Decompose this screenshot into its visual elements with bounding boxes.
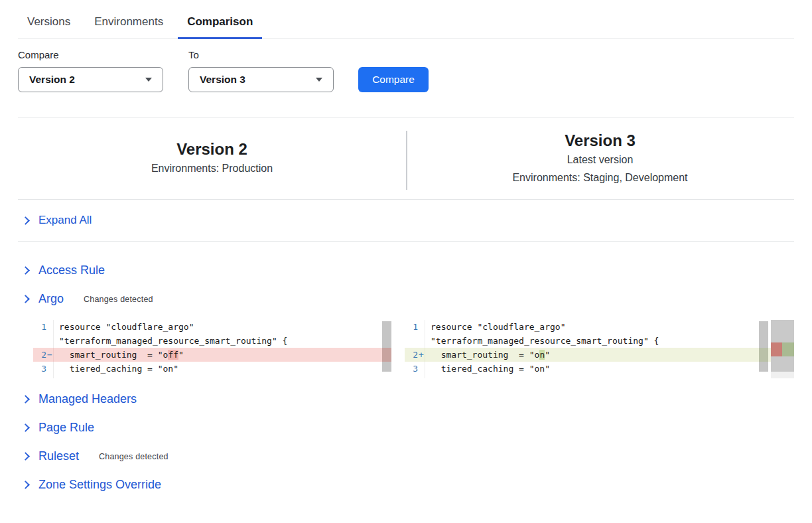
section-page-rule[interactable]: Page Rule: [18, 413, 794, 442]
chevron-right-icon: [21, 452, 30, 461]
tab-environments[interactable]: Environments: [85, 9, 172, 39]
line-number: 3: [405, 362, 425, 376]
changes-detected-badge: Changes detected: [84, 295, 153, 304]
diff-row: "terraform_managed_resource_smart_routin…: [405, 334, 771, 348]
diff-editor-left: 1resource "cloudflare_argo""terraform_ma…: [33, 320, 391, 378]
scrollbar[interactable]: [382, 321, 391, 372]
compare-button[interactable]: Compare: [358, 67, 429, 92]
section-label: Access Rule: [38, 263, 105, 277]
line-number-value: 3: [41, 362, 46, 376]
scrollbar-diff-mark: [382, 348, 391, 362]
ruler-footer: [771, 372, 794, 378]
removed-mark: [771, 342, 782, 356]
section-ruleset[interactable]: RulesetChanges detected: [18, 442, 794, 471]
section-zone-settings-override[interactable]: Zone Settings Override: [18, 471, 794, 499]
version-right-latest: Latest version: [406, 151, 794, 169]
diff-viewer: 1resource "cloudflare_argo""terraform_ma…: [33, 320, 794, 378]
line-number: 2−: [33, 348, 53, 362]
tab-versions[interactable]: Versions: [18, 9, 80, 39]
compare-to-field: To Version 3: [188, 49, 334, 92]
line-number-value: 3: [413, 362, 418, 376]
section-label: Argo: [38, 292, 64, 306]
section-label: Zone Settings Override: [38, 478, 161, 492]
chevron-right-icon: [21, 481, 30, 489]
chevron-right-icon: [21, 423, 30, 432]
line-number-value: 1: [41, 320, 46, 334]
resource-sections: Access RuleArgoChanges detected1resource…: [18, 256, 794, 499]
diff-row: 3 tiered_caching = "on": [33, 362, 391, 376]
diff-sign: [46, 334, 53, 348]
diff-row: }: [405, 376, 771, 378]
diff-sign: −: [46, 348, 53, 362]
diff-row: 2+ smart_routing = "on": [405, 348, 771, 362]
version-right-header: Version 3 Latest version Environments: S…: [406, 121, 794, 196]
line-number: 1: [33, 320, 53, 334]
version-headers: Version 2 Environments: Production Versi…: [18, 117, 794, 200]
compare-from-field: Compare Version 2: [18, 49, 163, 92]
diff-row: }: [33, 376, 391, 378]
scrollbar[interactable]: [759, 321, 768, 372]
compare-from-select[interactable]: Version 2: [18, 67, 163, 92]
section-argo[interactable]: ArgoChanges detected: [18, 285, 794, 313]
chevron-down-icon: [316, 78, 322, 82]
diff-sign: [418, 334, 425, 348]
diff-sign: [418, 376, 425, 378]
code-line: resource "cloudflare_argo": [53, 320, 391, 334]
expand-all[interactable]: Expand All: [18, 200, 794, 242]
diff-overview-ruler[interactable]: [771, 320, 794, 372]
line-number: [33, 334, 53, 348]
version-right-title: Version 3: [406, 131, 794, 151]
line-number: 1: [405, 320, 425, 334]
tab-bar: VersionsEnvironmentsComparison: [18, 0, 794, 39]
expand-all-label: Expand All: [38, 214, 92, 227]
code-line: "terraform_managed_resource_smart_routin…: [425, 334, 771, 348]
section-managed-headers[interactable]: Managed Headers: [18, 385, 794, 413]
diff-sign: [418, 320, 425, 334]
diff-row: 2− smart_routing = "off": [33, 348, 391, 362]
ruler-diff-marks: [771, 342, 794, 356]
line-number: [405, 376, 425, 378]
tab-comparison[interactable]: Comparison: [178, 9, 262, 39]
diff-sign: [418, 362, 425, 376]
chevron-right-icon: [21, 295, 30, 303]
diff-editor-right: 1resource "cloudflare_argo""terraform_ma…: [405, 320, 794, 378]
code-region: 1resource "cloudflare_argo""terraform_ma…: [405, 320, 771, 378]
code-line: }: [53, 376, 391, 378]
chevron-right-icon: [21, 395, 30, 404]
section-label: Ruleset: [38, 449, 79, 463]
compare-from-value: Version 2: [29, 74, 75, 86]
compare-to-select[interactable]: Version 3: [188, 67, 334, 92]
compare-to-label: To: [188, 49, 334, 60]
version-left-title: Version 2: [18, 139, 406, 159]
line-number: [33, 376, 53, 378]
compare-from-label: Compare: [18, 49, 163, 60]
section-access-rule[interactable]: Access Rule: [18, 256, 794, 285]
code-line: }: [425, 376, 771, 378]
compare-form: Compare Version 2 To Version 3 Compare: [18, 49, 794, 92]
chevron-right-icon: [21, 266, 30, 275]
code-line: resource "cloudflare_argo": [425, 320, 771, 334]
compare-to-value: Version 3: [200, 74, 245, 86]
diff-sign: [46, 362, 53, 376]
version-left-environments: Environments: Production: [18, 159, 406, 177]
code-region: 1resource "cloudflare_argo""terraform_ma…: [33, 320, 391, 378]
line-number: [405, 334, 425, 348]
version-left-header: Version 2 Environments: Production: [18, 130, 406, 187]
line-number: 3: [33, 362, 53, 376]
diff-row: 1resource "cloudflare_argo": [405, 320, 771, 334]
chevron-right-icon: [21, 216, 30, 225]
diff-sign: [46, 320, 53, 334]
diff-row: 3 tiered_caching = "on": [405, 362, 771, 376]
code-line: tiered_caching = "on": [425, 362, 771, 376]
added-mark: [782, 342, 794, 356]
scrollbar-diff-mark: [759, 348, 768, 362]
chevron-down-icon: [145, 78, 152, 82]
code-line: "terraform_managed_resource_smart_routin…: [53, 334, 391, 348]
line-number-value: 2: [41, 348, 46, 362]
diff-row: 1resource "cloudflare_argo": [33, 320, 391, 334]
changes-detected-badge: Changes detected: [99, 452, 169, 461]
diff-sign: [46, 376, 53, 378]
diff-sign: +: [418, 348, 425, 362]
line-number: 2+: [405, 348, 425, 362]
section-label: Managed Headers: [38, 392, 137, 406]
